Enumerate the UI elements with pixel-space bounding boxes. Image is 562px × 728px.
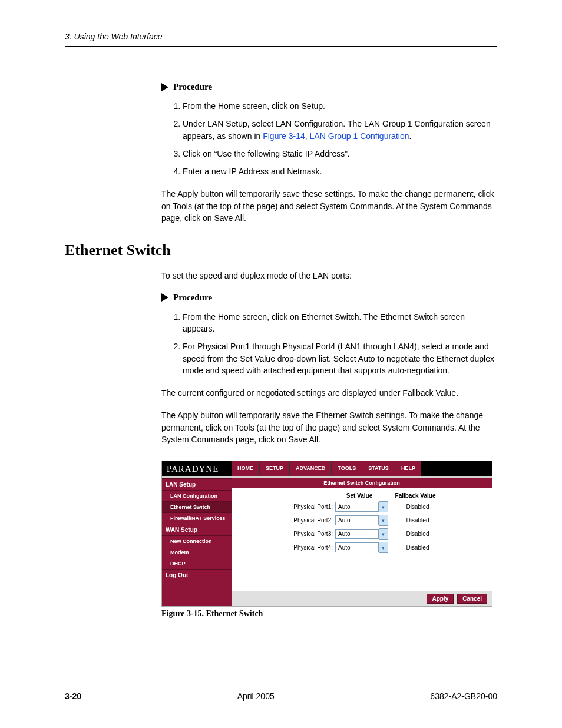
set-value-select[interactable]: Auto ▾ xyxy=(335,542,388,553)
table-row: Physical Port2: Auto ▾ Disabled xyxy=(268,515,485,526)
sidebar: LAN Setup LAN Configuration Ethernet Swi… xyxy=(162,476,232,606)
sidebar-group-wan-setup[interactable]: WAN Setup xyxy=(162,524,232,535)
table-header-row: Set Value Fallback Value xyxy=(268,492,485,499)
set-value-select[interactable]: Auto ▾ xyxy=(335,501,388,512)
config-table: Set Value Fallback Value Physical Port1:… xyxy=(268,492,485,553)
play-icon xyxy=(161,293,168,302)
header-rule xyxy=(65,46,497,47)
paragraph: The Apply button will temporarily save t… xyxy=(161,409,497,445)
col-set-value: Set Value xyxy=(333,492,386,499)
chevron-down-icon[interactable]: ▾ xyxy=(379,501,388,512)
nav-setup[interactable]: SETUP xyxy=(259,461,289,476)
step: From the Home screen, click on Setup. xyxy=(183,100,497,112)
sidebar-item-dhcp[interactable]: DHCP xyxy=(162,558,232,569)
nav-help[interactable]: HELP xyxy=(395,461,421,476)
nav-advanced[interactable]: ADVANCED xyxy=(289,461,331,476)
step: From the Home screen, click on Ethernet … xyxy=(183,311,497,335)
sidebar-item-modem[interactable]: Modem xyxy=(162,547,232,558)
paragraph: To set the speed and duplex mode of the … xyxy=(161,270,497,282)
page-footer: 3-20 April 2005 6382-A2-GB20-00 xyxy=(65,691,497,701)
fallback-value: Disabled xyxy=(388,517,447,524)
fallback-value: Disabled xyxy=(388,531,447,537)
set-value-select[interactable]: Auto ▾ xyxy=(335,528,388,540)
sidebar-item-new-connection[interactable]: New Connection xyxy=(162,535,232,547)
select-value: Auto xyxy=(335,502,379,512)
fallback-value: Disabled xyxy=(388,544,447,551)
running-header: 3. Using the Web Interface xyxy=(65,32,497,41)
chevron-down-icon[interactable]: ▾ xyxy=(379,515,388,526)
action-bar: Apply Cancel xyxy=(232,591,492,606)
nav-home[interactable]: HOME xyxy=(232,461,259,476)
chevron-down-icon[interactable]: ▾ xyxy=(379,528,388,540)
main-panel: Ethernet Switch Configuration Set Value … xyxy=(232,476,492,606)
sidebar-item-lan-config[interactable]: LAN Configuration xyxy=(162,490,232,501)
select-value: Auto xyxy=(335,515,379,525)
set-value-select[interactable]: Auto ▾ xyxy=(335,515,388,526)
row-label: Physical Port2: xyxy=(268,517,335,524)
logo: PARADYNE xyxy=(162,461,232,476)
panel-content: Set Value Fallback Value Physical Port1:… xyxy=(232,488,492,591)
nav-tools[interactable]: TOOLS xyxy=(331,461,362,476)
sidebar-item-firewall-nat[interactable]: Firewall/NAT Services xyxy=(162,512,232,524)
sidebar-item-ethernet-switch[interactable]: Ethernet Switch xyxy=(162,501,232,512)
step: Click on “Use the following Static IP Ad… xyxy=(183,148,497,160)
embedded-screenshot: PARADYNE HOME SETUP ADVANCED TOOLS STATU… xyxy=(161,461,492,607)
nav-status[interactable]: STATUS xyxy=(362,461,395,476)
apply-button[interactable]: Apply xyxy=(427,594,454,604)
figure-caption: Figure 3-15. Ethernet Switch xyxy=(161,609,497,618)
procedure-steps: From the Home screen, click on Ethernet … xyxy=(161,311,497,376)
panel-title: Ethernet Switch Configuration xyxy=(232,478,492,488)
top-nav: HOME SETUP ADVANCED TOOLS STATUS HELP xyxy=(232,461,421,476)
select-value: Auto xyxy=(335,542,379,552)
sidebar-group-lan-setup[interactable]: LAN Setup xyxy=(162,478,232,490)
step: For Physical Port1 through Physical Port… xyxy=(183,340,497,376)
table-row: Physical Port4: Auto ▾ Disabled xyxy=(268,542,485,553)
fallback-value: Disabled xyxy=(388,504,447,510)
row-label: Physical Port4: xyxy=(268,544,335,551)
row-label: Physical Port3: xyxy=(268,531,335,537)
col-fallback-value: Fallback Value xyxy=(386,492,445,499)
footer-date: April 2005 xyxy=(237,691,275,701)
procedure-heading: Procedure xyxy=(161,293,497,303)
row-label: Physical Port1: xyxy=(268,504,335,510)
step-text-tail: . xyxy=(409,131,411,141)
procedure-label: Procedure xyxy=(173,82,212,92)
section-heading: Ethernet Switch xyxy=(65,241,497,259)
procedure-label: Procedure xyxy=(173,293,212,303)
select-value: Auto xyxy=(335,529,379,539)
procedure-heading: Procedure xyxy=(161,82,497,92)
paragraph: The Apply button will temporarily save t… xyxy=(161,188,497,224)
step: Enter a new IP Address and Netmask. xyxy=(183,166,497,177)
procedure-steps: From the Home screen, click on Setup. Un… xyxy=(161,100,497,177)
cancel-button[interactable]: Cancel xyxy=(457,594,487,604)
document-id: 6382-A2-GB20-00 xyxy=(430,691,497,701)
sidebar-log-out[interactable]: Log Out xyxy=(162,569,232,581)
page-number: 3-20 xyxy=(65,691,81,701)
table-row: Physical Port1: Auto ▾ Disabled xyxy=(268,501,485,512)
figure-link[interactable]: Figure 3-14, LAN Group 1 Configuration xyxy=(263,131,409,141)
chevron-down-icon[interactable]: ▾ xyxy=(379,542,388,553)
top-bar: PARADYNE HOME SETUP ADVANCED TOOLS STATU… xyxy=(162,461,492,476)
step: Under LAN Setup, select LAN Configuratio… xyxy=(183,118,497,142)
play-icon xyxy=(161,83,168,91)
paragraph: The current configured or negotiated set… xyxy=(161,387,497,399)
table-row: Physical Port3: Auto ▾ Disabled xyxy=(268,528,485,540)
